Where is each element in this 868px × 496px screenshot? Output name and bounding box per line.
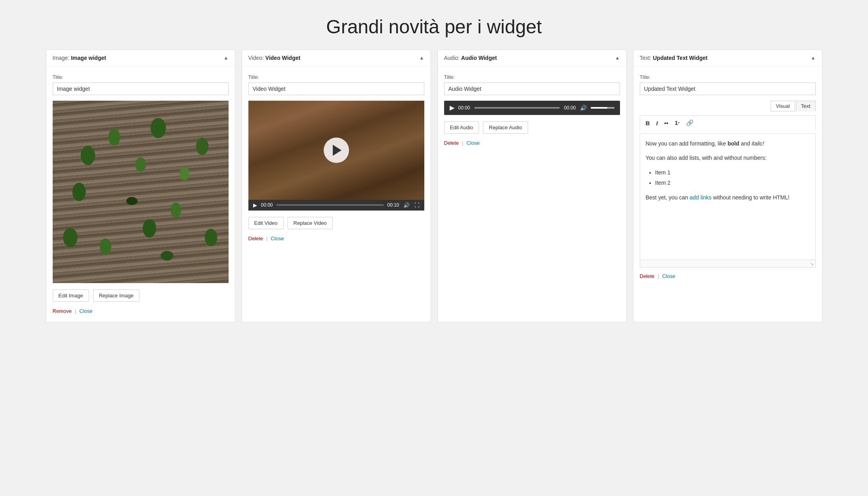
video-widget-card: Video: Video Widget ▲ Title: ▶ 00:00	[242, 50, 431, 322]
editor-paragraph-1: Now you can add formatting, like bold an…	[646, 139, 810, 148]
toolbar-italic-button[interactable]: I	[654, 119, 660, 128]
text-widget-header-title: Text: Updated Text Widget	[640, 55, 708, 61]
editor-text-3-post: without needing to write HTML!	[712, 194, 790, 201]
audio-play-button[interactable]: ▶	[450, 105, 454, 111]
image-remove-link[interactable]: Remove	[53, 308, 72, 314]
image-link-separator: |	[75, 308, 76, 314]
video-controls-bar: ▶ 00:00 00:10 🔊 ⛶	[248, 200, 424, 211]
text-close-link[interactable]: Close	[662, 273, 675, 279]
video-title-input[interactable]	[248, 82, 424, 95]
tab-text[interactable]: Text	[796, 101, 816, 111]
play-icon	[333, 145, 341, 156]
text-widget-card: Text: Updated Text Widget ▲ Title: Visua…	[633, 50, 822, 322]
audio-widget-card: Audio: Audio Widget ▲ Title: ▶ 00:00 00:…	[437, 50, 627, 322]
text-delete-link[interactable]: Delete	[640, 273, 655, 279]
editor-list: Item 1 Item 2	[655, 168, 810, 188]
editor-paragraph-2: You can also add lists, with and without…	[646, 153, 810, 162]
video-title-label: Title:	[248, 74, 424, 80]
text-widget-type-label: Text:	[640, 55, 652, 61]
toolbar-bold-button[interactable]: B	[643, 119, 652, 128]
image-close-link[interactable]: Close	[79, 308, 92, 314]
video-widget-header-title: Video: Video Widget	[248, 55, 301, 61]
video-player[interactable]: ▶ 00:00 00:10 🔊 ⛶	[248, 101, 424, 211]
toolbar-unordered-list-button[interactable]: ••	[662, 119, 671, 128]
audio-btn-row: Edit Audio Replace Audio	[444, 121, 620, 134]
video-play-button[interactable]: ▶	[252, 202, 258, 208]
text-link-separator: |	[658, 273, 659, 279]
image-btn-row: Edit Image Replace Image	[53, 289, 229, 302]
edit-audio-button[interactable]: Edit Audio	[444, 121, 479, 134]
image-preview	[53, 101, 229, 283]
widgets-row: Image: Image widget ▲ Title: Edit Image …	[38, 50, 830, 338]
editor-italic-text: italic!	[752, 140, 764, 147]
toolbar-link-button[interactable]: 🔗	[684, 118, 696, 128]
editor-add-links-link[interactable]: add links	[690, 194, 712, 201]
video-volume-button[interactable]: 🔊	[403, 202, 410, 208]
text-widget-collapse-arrow[interactable]: ▲	[811, 55, 816, 61]
video-widget-name-label: Video Widget	[265, 55, 300, 61]
audio-time-current: 00:00	[458, 105, 470, 111]
text-links-row: Delete | Close	[640, 273, 816, 279]
text-widget-header: Text: Updated Text Widget ▲	[633, 50, 822, 66]
replace-audio-button[interactable]: Replace Audio	[483, 121, 528, 134]
audio-player: ▶ 00:00 00:00 🔊	[444, 101, 620, 115]
video-widget-collapse-arrow[interactable]: ▲	[420, 55, 424, 61]
image-widget-header-title: Image: Image widget	[53, 55, 106, 61]
audio-widget-header-title: Audio: Audio Widget	[444, 55, 497, 61]
audio-volume-bar[interactable]	[591, 107, 614, 109]
video-time-start: 00:00	[261, 202, 273, 208]
video-time-end: 00:10	[387, 202, 399, 208]
toolbar-ordered-list-button[interactable]: 1⋅	[672, 118, 682, 128]
image-widget-name-label: Image widget	[71, 55, 106, 61]
audio-widget-collapse-arrow[interactable]: ▲	[615, 55, 620, 61]
video-thumbnail	[248, 101, 424, 200]
video-fullscreen-button[interactable]: ⛶	[414, 202, 420, 208]
image-widget-collapse-arrow[interactable]: ▲	[224, 55, 229, 61]
replace-video-button[interactable]: Replace Video	[288, 217, 333, 229]
editor-and-text: and	[739, 140, 752, 147]
text-widget-name-label: Updated Text Widget	[653, 55, 708, 61]
edit-image-button[interactable]: Edit Image	[53, 289, 89, 302]
image-widget-type-label: Image:	[53, 55, 70, 61]
video-widget-type-label: Video:	[248, 55, 264, 61]
text-title-input[interactable]	[640, 82, 816, 95]
page-title: Grandi novità per i widget	[0, 0, 868, 50]
video-widget-body: Title: ▶ 00:00 00:10 🔊 ⛶	[242, 66, 431, 249]
video-progress-bar[interactable]	[276, 204, 384, 206]
video-play-overlay[interactable]	[324, 138, 349, 163]
audio-volume-icon: 🔊	[580, 105, 587, 111]
audio-volume-fill	[591, 107, 607, 109]
editor-tabs: Visual Text	[640, 101, 816, 111]
tab-visual[interactable]: Visual	[771, 101, 795, 111]
audio-links-row: Delete | Close	[444, 140, 620, 146]
video-widget-header: Video: Video Widget ▲	[242, 50, 431, 66]
editor-content-area[interactable]: Now you can add formatting, like bold an…	[640, 133, 816, 260]
video-btn-row: Edit Video Replace Video	[248, 217, 424, 229]
image-widget-header: Image: Image widget ▲	[46, 50, 235, 66]
list-item-1: Item 1	[655, 168, 810, 177]
image-widget-body: Title: Edit Image Replace Image Remove |…	[46, 66, 235, 322]
text-widget-body: Title: Visual Text B I •• 1⋅ 🔗 Now you c…	[633, 66, 822, 287]
video-delete-link[interactable]: Delete	[248, 236, 263, 241]
audio-time-total: 00:00	[564, 105, 576, 111]
editor-resize-handle[interactable]: ↘	[640, 260, 816, 268]
image-title-input[interactable]	[53, 82, 229, 95]
audio-title-input[interactable]	[444, 82, 620, 95]
audio-widget-body: Title: ▶ 00:00 00:00 🔊 Edit Audio Replac…	[438, 66, 626, 154]
audio-widget-name-label: Audio Widget	[461, 55, 497, 61]
edit-video-button[interactable]: Edit Video	[248, 217, 284, 229]
image-links-row: Remove | Close	[53, 308, 229, 314]
text-title-label: Title:	[640, 74, 816, 80]
audio-seek-bar[interactable]	[474, 107, 560, 109]
editor-text-3-pre: Best yet, you can	[646, 194, 690, 201]
replace-image-button[interactable]: Replace Image	[93, 289, 139, 302]
editor-toolbar: B I •• 1⋅ 🔗	[640, 115, 816, 130]
video-link-separator: |	[266, 236, 267, 241]
audio-widget-type-label: Audio:	[444, 55, 460, 61]
audio-delete-link[interactable]: Delete	[444, 140, 459, 146]
video-close-link[interactable]: Close	[271, 236, 284, 241]
editor-paragraph-3: Best yet, you can add links without need…	[646, 193, 810, 202]
audio-close-link[interactable]: Close	[466, 140, 479, 146]
editor-bold-text: bold	[728, 140, 740, 147]
list-item-2: Item 2	[655, 178, 810, 187]
